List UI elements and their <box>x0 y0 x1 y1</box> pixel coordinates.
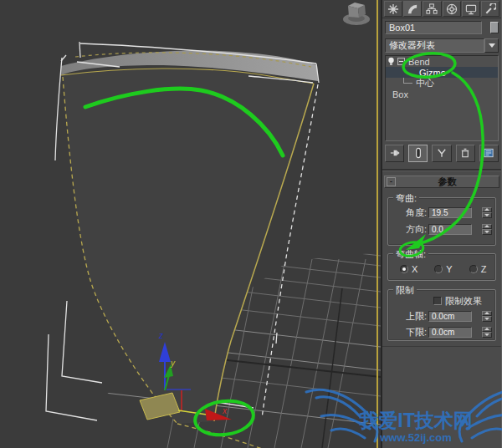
subobject-label: 中心 <box>416 77 434 89</box>
z-axis-label: z <box>158 331 163 340</box>
direction-field[interactable]: 0.0 <box>428 224 472 235</box>
axis-z-radio[interactable] <box>469 265 478 273</box>
bend-axis-group: 弯曲轴: X Y Z <box>387 253 496 281</box>
3dsmax-window: z y x <box>0 0 502 448</box>
rollout-title: 参数 <box>396 176 499 188</box>
limits-group: 限制 限制效果 上限: 0.0cm 下限: 0.0cm <box>387 289 496 341</box>
bend-group-title: 弯曲: <box>393 192 419 205</box>
panel-divider <box>382 169 501 171</box>
object-name-input[interactable] <box>385 21 482 34</box>
motion-icon <box>446 3 458 15</box>
remove-modifier-button[interactable] <box>456 145 475 162</box>
modifier-label: Bend <box>408 57 430 67</box>
direction-label: 方向: <box>388 223 427 236</box>
spinner-down-button[interactable] <box>482 212 492 218</box>
make-unique-icon <box>436 147 448 159</box>
tab-motion[interactable] <box>443 1 461 17</box>
angle-field[interactable]: 19.5 <box>428 207 472 218</box>
spinner-down-button[interactable] <box>482 229 492 235</box>
direction-spinner[interactable] <box>482 224 492 235</box>
pin-stack-button[interactable] <box>385 145 404 162</box>
rollout-collapse-button[interactable]: - <box>387 177 396 186</box>
bend-group: 弯曲: 角度: 19.5 方向: 0.0 <box>387 197 496 246</box>
upper-limit-field[interactable]: 0.0cm <box>428 311 472 322</box>
base-object-label: Box <box>392 89 408 99</box>
upper-limit-spinner[interactable] <box>482 311 492 322</box>
show-end-result-button[interactable] <box>408 145 428 162</box>
utilities-icon <box>484 3 496 15</box>
tree-branch-line <box>403 78 412 84</box>
modifier-stack-item-box[interactable]: Box <box>386 89 498 99</box>
stack-toolbar <box>385 144 499 162</box>
axis-x-radio[interactable] <box>400 265 408 273</box>
lower-limit-label: 下限: <box>388 326 427 339</box>
modifier-list-dropdown[interactable]: 修改器列表 <box>385 38 499 53</box>
lightbulb-icon <box>387 57 395 66</box>
tab-hierarchy[interactable] <box>423 1 441 17</box>
limit-effect-label: 限制效果 <box>445 295 482 308</box>
bend-axis-group-title: 弯曲轴: <box>393 248 428 261</box>
create-icon <box>387 3 399 15</box>
command-panel-tabs <box>382 0 501 18</box>
modify-icon <box>407 3 418 15</box>
chevron-down-icon <box>489 43 495 48</box>
axis-y-label: Y <box>446 264 452 274</box>
modifier-stack: Bend Gizmo 中心 Box <box>385 55 499 141</box>
hierarchy-icon <box>426 3 438 15</box>
tab-display[interactable] <box>462 1 480 17</box>
axis-y-radio[interactable] <box>434 265 443 273</box>
modifier-list-label: 修改器列表 <box>385 38 484 53</box>
subobject-label: Gizmo <box>419 68 446 78</box>
upper-limit-label: 上限: <box>388 310 427 323</box>
spinner-down-button[interactable] <box>482 316 492 322</box>
end-result-icon <box>412 147 424 159</box>
lower-limit-field[interactable]: 0.0cm <box>428 327 472 338</box>
axis-z-label: Z <box>481 264 487 274</box>
trash-icon <box>459 147 471 159</box>
angle-spinner[interactable] <box>482 207 492 218</box>
panel-empty-area <box>382 346 501 448</box>
tab-modify[interactable] <box>403 1 422 17</box>
make-unique-button[interactable] <box>432 145 451 162</box>
command-panel: 修改器列表 Bend Gizmo 中心 Box <box>381 0 502 448</box>
modifier-stack-item-gizmo[interactable]: Gizmo <box>386 67 498 78</box>
angle-label: 角度: <box>388 206 427 219</box>
configure-sets-icon <box>483 147 494 159</box>
lower-limit-spinner[interactable] <box>482 327 492 338</box>
axis-x-label: X <box>412 264 417 274</box>
spinner-down-button[interactable] <box>482 332 492 338</box>
limit-effect-checkbox[interactable] <box>433 297 442 305</box>
modifier-stack-item-center[interactable]: 中心 <box>386 78 498 89</box>
y-axis-label: y <box>170 359 176 368</box>
tab-create[interactable] <box>384 1 402 17</box>
configure-modifier-sets-button[interactable] <box>479 145 499 162</box>
modifier-stack-item-bend[interactable]: Bend <box>386 56 498 67</box>
pin-icon <box>389 147 401 159</box>
parameters-rollout-header[interactable]: - 参数 <box>384 176 499 188</box>
modifier-list-dropdown-button[interactable] <box>484 38 499 53</box>
tab-utilities[interactable] <box>481 1 499 17</box>
x-axis-label: x <box>222 406 228 415</box>
collapse-minus-icon[interactable] <box>397 58 405 65</box>
display-icon <box>465 3 477 15</box>
object-color-swatch[interactable] <box>490 22 499 33</box>
